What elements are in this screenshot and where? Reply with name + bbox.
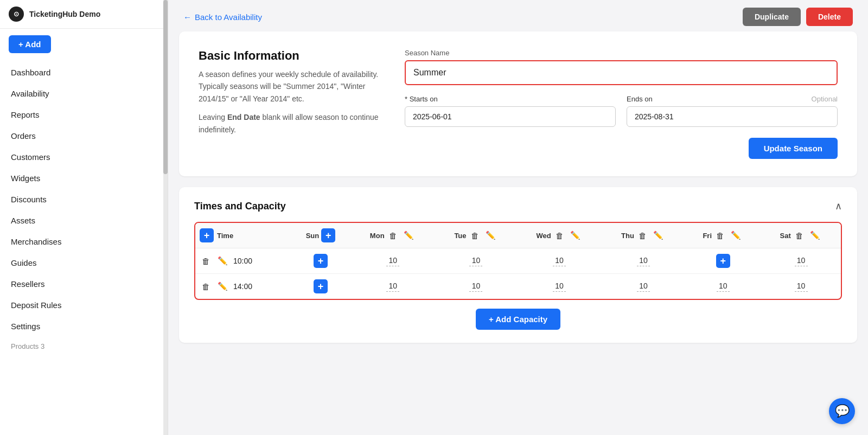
delete-1400-button[interactable]: 🗑 bbox=[200, 281, 212, 292]
thu-delete-button[interactable]: 🗑 bbox=[636, 230, 649, 241]
td-fri-1000: + bbox=[685, 248, 761, 274]
edit-1400-button[interactable]: ✏️ bbox=[215, 280, 230, 292]
capacity-fri-1400: 10 bbox=[717, 282, 730, 292]
sidebar-item-discounts[interactable]: Discounts bbox=[0, 189, 168, 210]
sidebar-item-guides[interactable]: Guides bbox=[0, 252, 168, 273]
sat-header: Sat 🗑 ✏️ bbox=[765, 229, 837, 241]
sun-label: Sun bbox=[306, 232, 320, 240]
fri-actions: 🗑 ✏️ bbox=[714, 229, 743, 241]
chat-icon: 💬 bbox=[835, 404, 850, 418]
sidebar-item-merchandises[interactable]: Merchandises bbox=[0, 231, 168, 252]
sidebar-item-customers[interactable]: Customers bbox=[0, 146, 168, 168]
top-bar: ← Back to Availability Duplicate Delete bbox=[168, 0, 868, 31]
td-mon-1000: 10 bbox=[350, 248, 436, 274]
th-fri: Fri 🗑 ✏️ bbox=[685, 223, 761, 248]
add-sun-1400-button[interactable]: + bbox=[314, 279, 328, 293]
fri-edit-button[interactable]: ✏️ bbox=[729, 229, 743, 241]
duplicate-button[interactable]: Duplicate bbox=[743, 8, 801, 26]
main-content: ← Back to Availability Duplicate Delete … bbox=[168, 0, 868, 435]
products-section: Products 3 bbox=[0, 337, 168, 354]
capacity-mon-1000: 10 bbox=[386, 256, 399, 266]
sidebar-item-deposit-rules[interactable]: Deposit Rules bbox=[0, 295, 168, 316]
starts-on-label-row: * Starts on bbox=[405, 95, 616, 103]
add-time-button[interactable]: + bbox=[200, 228, 214, 242]
sat-edit-button[interactable]: ✏️ bbox=[808, 229, 822, 241]
capacity-tue-1000: 10 bbox=[469, 256, 482, 266]
sidebar-item-dashboard[interactable]: Dashboard bbox=[0, 62, 168, 83]
back-to-availability-link[interactable]: ← Back to Availability bbox=[183, 12, 262, 22]
season-name-label: Season Name bbox=[405, 49, 838, 57]
mon-edit-button[interactable]: ✏️ bbox=[401, 229, 416, 241]
times-capacity-card: Times and Capacity ∧ + Time Sun + bbox=[179, 187, 857, 343]
back-link-label: Back to Availability bbox=[195, 12, 262, 22]
tue-actions: 🗑 ✏️ bbox=[469, 229, 498, 241]
add-button[interactable]: + Add bbox=[9, 35, 51, 53]
capacity-thu-1400: 10 bbox=[637, 282, 650, 292]
collapse-icon[interactable]: ∧ bbox=[835, 200, 842, 212]
table-row: 🗑 ✏️ 10:00 + 10 10 10 bbox=[195, 248, 841, 274]
td-mon-1400: 10 bbox=[350, 274, 436, 299]
sidebar-item-resellers[interactable]: Resellers bbox=[0, 273, 168, 295]
delete-1000-button[interactable]: 🗑 bbox=[200, 255, 212, 267]
mon-delete-button[interactable]: 🗑 bbox=[387, 230, 399, 241]
sun-header: Sun + bbox=[295, 228, 346, 242]
th-thu: Thu 🗑 ✏️ bbox=[602, 223, 685, 248]
capacity-thu-1000: 10 bbox=[637, 256, 650, 266]
starts-on-input[interactable] bbox=[405, 106, 616, 127]
th-wed: Wed 🗑 ✏️ bbox=[516, 223, 602, 248]
td-wed-1400: 10 bbox=[516, 274, 602, 299]
sidebar-item-widgets[interactable]: Widgets bbox=[0, 168, 168, 189]
starts-on-field: * Starts on bbox=[405, 95, 616, 127]
time-value-1400: 14:00 bbox=[233, 282, 252, 291]
add-fri-1000-button[interactable]: + bbox=[716, 254, 730, 268]
wed-edit-button[interactable]: ✏️ bbox=[568, 229, 583, 241]
table-row: 🗑 ✏️ 14:00 + 10 10 10 bbox=[195, 274, 841, 299]
sat-delete-button[interactable]: 🗑 bbox=[793, 230, 806, 241]
td-thu-1000: 10 bbox=[602, 248, 685, 274]
sidebar-item-reports[interactable]: Reports bbox=[0, 104, 168, 125]
capacity-mon-1400: 10 bbox=[386, 282, 399, 292]
fri-label: Fri bbox=[703, 232, 712, 240]
update-season-button[interactable]: Update Season bbox=[749, 138, 838, 159]
add-sun-1000-button[interactable]: + bbox=[314, 254, 328, 268]
wed-label: Wed bbox=[536, 232, 551, 240]
capacity-sat-1400: 10 bbox=[795, 282, 808, 292]
tue-header: Tue 🗑 ✏️ bbox=[440, 229, 513, 241]
add-capacity-button[interactable]: + Add Capacity bbox=[476, 309, 560, 330]
th-sun: Sun + bbox=[291, 223, 350, 248]
thu-edit-button[interactable]: ✏️ bbox=[651, 229, 666, 241]
times-title: Times and Capacity bbox=[194, 201, 286, 212]
sidebar-item-orders[interactable]: Orders bbox=[0, 125, 168, 146]
end-date-note: Leaving End Date blank will allow season… bbox=[199, 111, 383, 136]
tue-delete-button[interactable]: 🗑 bbox=[469, 230, 481, 241]
season-name-input[interactable] bbox=[405, 60, 838, 85]
td-tue-1400: 10 bbox=[436, 274, 517, 299]
wed-delete-button[interactable]: 🗑 bbox=[553, 230, 566, 241]
ends-on-input[interactable] bbox=[627, 106, 838, 127]
sidebar-item-assets[interactable]: Assets bbox=[0, 210, 168, 231]
sidebar-item-availability[interactable]: Availability bbox=[0, 83, 168, 104]
fri-header: Fri 🗑 ✏️ bbox=[689, 229, 757, 241]
basic-info-layout: Basic Information A season defines your … bbox=[199, 49, 838, 159]
td-time-1400: 🗑 ✏️ 14:00 bbox=[195, 274, 291, 299]
basic-info-description: A season defines your weekly schedule of… bbox=[199, 68, 383, 105]
capacity-tue-1400: 10 bbox=[469, 282, 482, 292]
starts-on-label: * Starts on bbox=[405, 95, 438, 103]
add-sun-button[interactable]: + bbox=[321, 228, 335, 242]
basic-info-right: Season Name * Starts on Ends on Optional bbox=[405, 49, 838, 159]
sidebar-scrollbar[interactable] bbox=[163, 0, 168, 435]
td-time-1000: 🗑 ✏️ 10:00 bbox=[195, 248, 291, 274]
td-thu-1400: 10 bbox=[602, 274, 685, 299]
fri-delete-button[interactable]: 🗑 bbox=[714, 230, 726, 241]
th-time: + Time bbox=[195, 223, 291, 248]
td-sat-1000: 10 bbox=[761, 248, 841, 274]
app-name: TicketingHub Demo bbox=[29, 10, 100, 18]
tue-edit-button[interactable]: ✏️ bbox=[483, 229, 498, 241]
edit-1000-button[interactable]: ✏️ bbox=[215, 255, 230, 267]
dates-row: * Starts on Ends on Optional bbox=[405, 95, 838, 127]
thu-header: Thu 🗑 ✏️ bbox=[607, 229, 680, 241]
delete-button[interactable]: Delete bbox=[806, 8, 853, 26]
sat-label: Sat bbox=[780, 232, 791, 240]
chat-bubble[interactable]: 💬 bbox=[829, 398, 855, 424]
sidebar-item-settings[interactable]: Settings bbox=[0, 316, 168, 337]
